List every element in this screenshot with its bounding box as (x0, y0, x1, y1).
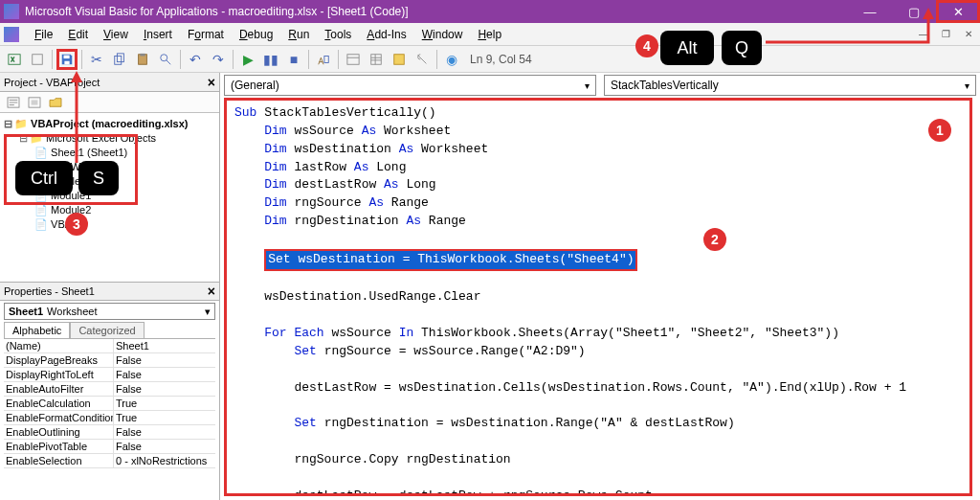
svg-rect-3 (64, 60, 69, 64)
menu-debug[interactable]: Debug (232, 25, 280, 44)
properties-object-selector[interactable]: Sheet1Worksheet▾ (4, 303, 215, 320)
callout-3: 3 (65, 213, 88, 236)
app-icon (4, 4, 19, 19)
project-explorer-title: Project - VBAProject × (0, 73, 219, 92)
tree-module2[interactable]: 📄 Module2 (4, 203, 215, 217)
save-icon[interactable] (56, 49, 78, 70)
menu-view[interactable]: View (96, 25, 136, 44)
svg-rect-15 (32, 100, 38, 104)
tree-vbaproject[interactable]: ⊟📁 VBAProject (macroediting.xlsx) (4, 117, 215, 131)
ctrl-key-overlay: Ctrl (15, 161, 73, 195)
property-row[interactable]: (Name)Sheet1 (4, 339, 215, 353)
insert-module-icon[interactable] (27, 49, 48, 70)
svg-rect-5 (117, 53, 123, 61)
procedure-combo[interactable]: StackTablesVertically▾ (604, 75, 976, 96)
properties-grid[interactable]: (Name)Sheet1DisplayPageBreaksFalseDispla… (4, 338, 215, 500)
project-close-icon[interactable]: × (208, 75, 215, 90)
tree-sheet1[interactable]: 📄 Sheet1 (Sheet1) (4, 146, 215, 160)
property-row[interactable]: EnableOutliningFalse (4, 425, 215, 440)
cursor-position: Ln 9, Col 54 (470, 53, 532, 66)
q-key-overlay: Q (722, 31, 762, 65)
callout-4: 4 (635, 34, 658, 57)
paste-icon[interactable] (132, 49, 153, 70)
redo-icon[interactable]: ↷ (208, 49, 229, 70)
cut-icon[interactable]: ✂ (86, 49, 107, 70)
highlighted-line[interactable]: Set wsDestination = ThisWorkbook.Sheets(… (264, 249, 637, 271)
callout-2: 2 (703, 228, 726, 251)
properties-panel-title: Properties - Sheet1 × (0, 282, 219, 301)
menu-insert[interactable]: Insert (136, 25, 180, 44)
menu-help[interactable]: Help (470, 25, 509, 44)
help-icon[interactable]: ◉ (441, 49, 462, 70)
minimize-button[interactable]: — (848, 0, 892, 23)
svg-point-8 (161, 54, 167, 60)
menu-run[interactable]: Run (280, 25, 317, 44)
tab-categorized[interactable]: Categorized (70, 322, 144, 338)
svg-rect-11 (371, 54, 382, 64)
toolbar: ✂ ↶ ↷ ▶ ▮▮ ■ ◉ Ln 9, Col 54 (0, 46, 980, 73)
mdi-minimize[interactable]: — (919, 29, 934, 40)
vba-icon (4, 27, 19, 42)
undo-icon[interactable]: ↶ (185, 49, 206, 70)
svg-rect-9 (324, 56, 328, 62)
toggle-folders-icon[interactable] (46, 94, 65, 111)
menu-tools[interactable]: Tools (317, 25, 359, 44)
view-object-icon[interactable] (25, 94, 44, 111)
view-excel-icon[interactable] (4, 49, 25, 70)
property-row[interactable]: EnableSelection0 - xlNoRestrictions (4, 454, 215, 468)
property-row[interactable]: EnableAutoFilterFalse (4, 382, 215, 397)
svg-rect-1 (33, 54, 43, 64)
object-combo[interactable]: (General)▾ (224, 75, 596, 96)
window-title: Microsoft Visual Basic for Applications … (25, 5, 848, 18)
svg-rect-10 (347, 54, 359, 64)
mdi-restore[interactable]: ❐ (942, 29, 957, 40)
callout-1: 1 (928, 119, 951, 142)
properties-window-icon[interactable] (366, 49, 387, 70)
tree-excel-objects[interactable]: ⊟📁 Microsoft Excel Objects (4, 131, 215, 146)
s-key-overlay: S (78, 161, 119, 195)
property-row[interactable]: DisplayRightToLeftFalse (4, 368, 215, 382)
svg-rect-0 (9, 54, 20, 64)
svg-rect-12 (394, 54, 405, 64)
tab-alphabetic[interactable]: Alphabetic (4, 322, 70, 338)
code-editor[interactable]: Sub StackTablesVertically() Dim wsSource… (224, 98, 972, 496)
alt-key-overlay: Alt (660, 31, 714, 65)
mdi-close[interactable]: ✕ (965, 29, 980, 40)
menu-edit[interactable]: Edit (60, 25, 96, 44)
project-explorer-icon[interactable] (343, 49, 364, 70)
project-tree[interactable]: ⊟📁 VBAProject (macroediting.xlsx) ⊟📁 Mic… (0, 113, 219, 282)
menu-addins[interactable]: Add-Ins (359, 25, 413, 44)
menu-window[interactable]: Window (414, 25, 471, 44)
tree-vba1[interactable]: 📄 VBA1 (4, 217, 215, 232)
menubar: File Edit View Insert Format Debug Run T… (0, 23, 980, 46)
menu-format[interactable]: Format (180, 25, 232, 44)
svg-rect-2 (64, 55, 70, 58)
object-browser-icon[interactable] (389, 49, 410, 70)
property-row[interactable]: EnablePivotTableFalse (4, 440, 215, 454)
svg-rect-4 (115, 56, 122, 64)
maximize-button[interactable]: ▢ (892, 0, 936, 23)
break-icon[interactable]: ▮▮ (260, 49, 281, 70)
copy-icon[interactable] (109, 49, 130, 70)
reset-icon[interactable]: ■ (283, 49, 304, 70)
design-mode-icon[interactable] (313, 49, 334, 70)
property-row[interactable]: DisplayPageBreaksFalse (4, 353, 215, 368)
toolbox-icon[interactable] (412, 49, 433, 70)
find-icon[interactable] (155, 49, 176, 70)
property-row[interactable]: EnableFormatConditionsCalculationTrue (4, 411, 215, 425)
close-button[interactable]: ✕ (936, 0, 980, 23)
menu-file[interactable]: File (27, 25, 60, 44)
properties-close-icon[interactable]: × (208, 284, 215, 299)
titlebar: Microsoft Visual Basic for Applications … (0, 0, 980, 23)
property-row[interactable]: EnableCalculationTrue (4, 397, 215, 411)
view-code-icon[interactable] (4, 94, 23, 111)
run-icon[interactable]: ▶ (237, 49, 258, 70)
svg-rect-7 (140, 53, 145, 56)
